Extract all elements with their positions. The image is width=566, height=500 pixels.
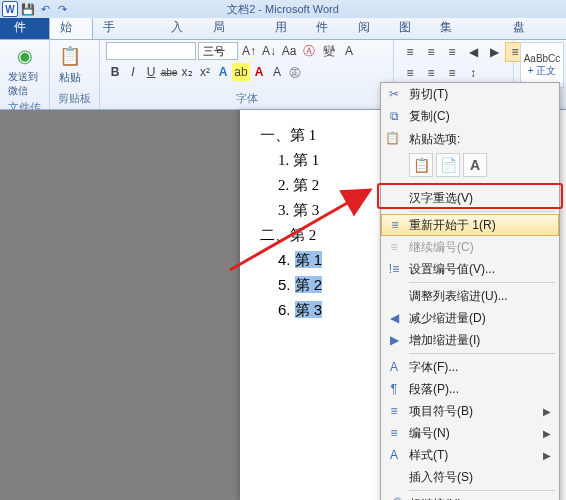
ctx-bullets[interactable]: ≡项目符号(B)▶: [381, 400, 559, 422]
window-title: 文档2 - Microsoft Word: [227, 2, 339, 17]
submenu-arrow-icon: ▶: [543, 428, 551, 439]
paste-merge[interactable]: 📄: [436, 153, 460, 177]
send-wechat-button[interactable]: ◉ 发送到微信: [6, 42, 43, 100]
align-right-button[interactable]: ≡: [421, 63, 441, 83]
group-wechat: ◉ 发送到微信 文件传输: [0, 40, 50, 109]
separator: [409, 353, 555, 354]
ctx-restart-at-1[interactable]: ≡重新开始于 1(R): [381, 214, 559, 236]
separator: [409, 211, 555, 212]
increase-indent-button[interactable]: ▶: [484, 42, 504, 62]
border-char-button[interactable]: A: [340, 42, 358, 60]
group-label-font: 字体: [106, 91, 387, 107]
paste-icon: 📋: [385, 131, 400, 145]
word-icon: W: [2, 1, 18, 17]
font-icon: A: [385, 360, 403, 374]
font-size-combo[interactable]: 三号: [198, 42, 238, 60]
highlight-button[interactable]: ab: [232, 63, 250, 81]
numbering-button[interactable]: ≡: [421, 42, 441, 62]
submenu-arrow-icon: ▶: [543, 406, 551, 417]
phonetic-button[interactable]: 變: [320, 42, 338, 60]
title-bar: W 💾 ↶ ↷ 文档2 - Microsoft Word: [0, 0, 566, 18]
shrink-font-button[interactable]: A↓: [260, 42, 278, 60]
paste-text-only[interactable]: A: [463, 153, 487, 177]
ctx-hanzi-reselect[interactable]: 汉字重选(V): [381, 187, 559, 209]
ctx-insert-symbol[interactable]: 插入符号(S): [381, 466, 559, 488]
grow-font-button[interactable]: A↑: [240, 42, 258, 60]
paste-button[interactable]: 📋 粘贴: [56, 42, 84, 87]
separator: [409, 282, 555, 283]
group-label-clipboard: 剪贴板: [56, 91, 93, 107]
font-color-button[interactable]: A: [250, 63, 268, 81]
copy-icon: ⧉: [385, 109, 403, 123]
quick-access-toolbar: W 💾 ↶ ↷: [2, 0, 69, 18]
save-icon[interactable]: 💾: [21, 2, 35, 16]
ctx-continue-numbering[interactable]: ≡继续编号(C): [381, 236, 559, 258]
ctx-set-number-value[interactable]: !≡设置编号值(V)...: [381, 258, 559, 280]
italic-button[interactable]: I: [124, 63, 142, 81]
ctx-increase-indent[interactable]: ▶增加缩进量(I): [381, 329, 559, 351]
justify-button[interactable]: ≡: [442, 63, 462, 83]
redo-icon[interactable]: ↷: [55, 2, 69, 16]
paragraph-icon: ¶: [385, 382, 403, 396]
numbering-icon: ≡: [385, 426, 403, 440]
ctx-cut[interactable]: ✂剪切(T): [381, 83, 559, 105]
paste-options: 📋 📄 A: [381, 150, 559, 182]
multilevel-button[interactable]: ≡: [442, 42, 462, 62]
ctx-hyperlink[interactable]: 🔗超链接(H)...: [381, 493, 559, 500]
ctx-styles[interactable]: A样式(T)▶: [381, 444, 559, 466]
wechat-icon: ◉: [13, 44, 37, 68]
line-spacing-button[interactable]: ↕: [463, 63, 483, 83]
align-center-button[interactable]: ≡: [400, 63, 420, 83]
styles-icon: A: [385, 448, 403, 462]
separator: [409, 490, 555, 491]
bullets-icon: ≡: [385, 404, 403, 418]
ctx-copy[interactable]: ⧉复制(C): [381, 105, 559, 127]
ctx-adjust-indent[interactable]: 调整列表缩进(U)...: [381, 285, 559, 307]
bullets-button[interactable]: ≡: [400, 42, 420, 62]
ctx-paragraph[interactable]: ¶段落(P)...: [381, 378, 559, 400]
number-icon: !≡: [385, 262, 403, 276]
change-case-button[interactable]: Aa: [280, 42, 298, 60]
selection[interactable]: 第 2: [295, 276, 323, 293]
submenu-arrow-icon: ▶: [543, 450, 551, 461]
bold-button[interactable]: B: [106, 63, 124, 81]
paste-keep-source[interactable]: 📋: [409, 153, 433, 177]
superscript-button[interactable]: x²: [196, 63, 214, 81]
undo-icon[interactable]: ↶: [38, 2, 52, 16]
list-icon: ≡: [386, 218, 404, 232]
list-icon: ≡: [385, 240, 403, 254]
indent-icon: ▶: [385, 333, 403, 347]
ctx-numbering[interactable]: ≡编号(N)▶: [381, 422, 559, 444]
separator: [409, 184, 555, 185]
underline-button[interactable]: U: [142, 63, 160, 81]
paste-icon: 📋: [58, 44, 82, 68]
enclose-char-button[interactable]: ㊣: [286, 63, 304, 81]
selection[interactable]: 第 3: [295, 301, 323, 318]
text-effects-button[interactable]: A: [214, 63, 232, 81]
ctx-decrease-indent[interactable]: ◀减少缩进量(D): [381, 307, 559, 329]
group-clipboard: 📋 粘贴 剪贴板: [50, 40, 100, 109]
subscript-button[interactable]: x₂: [178, 63, 196, 81]
char-shading-button[interactable]: A: [268, 63, 286, 81]
context-menu: ✂剪切(T) ⧉复制(C) 📋粘贴选项: 📋 📄 A 汉字重选(V) ≡重新开始…: [380, 82, 560, 500]
outdent-icon: ◀: [385, 311, 403, 325]
ctx-paste-header: 📋粘贴选项:: [381, 127, 559, 150]
strike-button[interactable]: abe: [160, 63, 178, 81]
font-family-combo[interactable]: [106, 42, 196, 60]
clear-format-button[interactable]: Ⓐ: [300, 42, 318, 60]
cut-icon: ✂: [385, 87, 403, 101]
selection[interactable]: 第 1: [295, 251, 323, 268]
group-font: 三号 A↑ A↓ Aa Ⓐ 變 A B I U abe x₂ x² A ab A…: [100, 40, 394, 109]
decrease-indent-button[interactable]: ◀: [463, 42, 483, 62]
ribbon-tabs: 文件 开始 Office助手 插入 页面布局 引用 邮件 审阅 视图 PDF工具…: [0, 18, 566, 40]
ctx-font[interactable]: A字体(F)...: [381, 356, 559, 378]
